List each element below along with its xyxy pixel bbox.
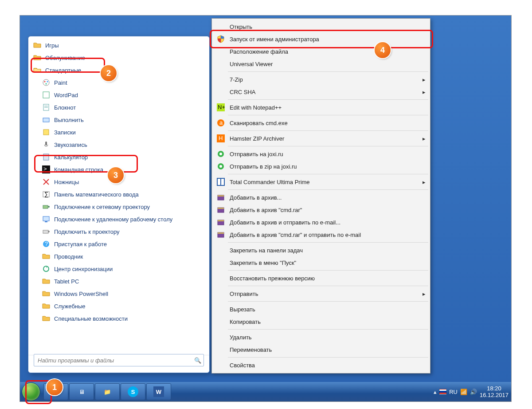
context-menu-item[interactable]: HHamster ZIP Archiver▸ [213, 132, 429, 145]
shield-icon [215, 35, 226, 43]
avast-icon: a [215, 118, 226, 127]
start-menu-item[interactable]: Выполнить [30, 114, 207, 126]
start-menu-item[interactable]: Подключить к проектору [30, 225, 207, 238]
blank-icon [215, 258, 226, 267]
context-menu-item-label: Добавить в архив и отправить по e-mail..… [230, 219, 340, 226]
badge-2: 2 [101, 65, 117, 81]
context-menu-separator [228, 146, 428, 146]
svg-point-34 [219, 165, 222, 168]
start-menu-item[interactable]: Проводник [30, 250, 207, 263]
volume-icon[interactable]: 🔊 [470, 389, 477, 395]
context-menu-item[interactable]: Восстановить прежнюю версию [213, 272, 429, 284]
start-menu-item-label: Калькулятор [54, 154, 88, 161]
context-menu-item[interactable]: Переименовать [213, 343, 429, 356]
start-menu-item[interactable]: ?Приступая к работе [30, 238, 207, 250]
start-menu-item[interactable]: Windows PowerShell [30, 287, 207, 300]
taskbar-clock[interactable]: 18:20 16.12.2017 [480, 385, 509, 398]
start-menu-item[interactable]: Tablet PC [30, 275, 207, 287]
folder-open-icon [33, 66, 42, 75]
folder-icon [42, 289, 51, 298]
context-menu-item[interactable]: N+Edit with Notepad++ [213, 101, 429, 114]
context-menu-item[interactable]: Добавить в архив "cmd.rar" и отправить п… [213, 228, 429, 241]
blank-icon [215, 87, 226, 96]
context-menu-item[interactable]: Отправить в zip на joxi.ru [213, 160, 429, 173]
clock-date: 16.12.2017 [480, 392, 509, 398]
start-menu-item[interactable]: Стандартные [30, 64, 207, 76]
taskbar-btn-explorer[interactable]: 📁 [95, 383, 120, 400]
taskbar-btn-skype[interactable]: S [121, 383, 145, 400]
badge-3: 3 [108, 167, 124, 183]
start-menu-item[interactable]: Звукозапись [30, 138, 207, 151]
folder-icon [33, 41, 42, 50]
taskbar-btn-monitor[interactable]: 🖥 [69, 383, 94, 400]
calc-icon [42, 153, 51, 161]
context-menu-item[interactable]: Добавить в архив и отправить по e-mail..… [213, 216, 429, 228]
context-menu-item[interactable]: Добавить в архив... [213, 191, 429, 204]
joxi-icon [215, 162, 226, 171]
submenu-arrow-icon: ▸ [422, 76, 426, 83]
context-menu-item[interactable]: Свойства [213, 359, 429, 371]
start-menu-item[interactable]: Обслуживание [30, 51, 207, 64]
start-search-input[interactable] [34, 357, 192, 364]
start-menu-item[interactable]: Подключение к удаленному рабочему столу [30, 213, 207, 225]
context-menu-item[interactable]: Расположение файла [213, 45, 429, 58]
start-menu-item[interactable]: Центр синхронизации [30, 263, 207, 275]
start-menu-item[interactable]: ∑Панель математического ввода [30, 188, 207, 201]
start-menu-item[interactable]: Игры [30, 39, 207, 51]
context-menu-item[interactable]: 7-Zip▸ [213, 73, 429, 86]
context-menu-item-label: Свойства [230, 362, 255, 369]
svg-rect-36 [218, 179, 220, 185]
tray-flag-icon[interactable] [439, 389, 446, 394]
blank-icon [215, 345, 226, 354]
svg-text:H: H [219, 135, 223, 142]
context-menu-item[interactable]: Удалить [213, 331, 429, 343]
context-menu-item[interactable]: CRC SHA▸ [213, 86, 429, 98]
taskbar-btn-word[interactable]: W [146, 383, 171, 400]
start-menu: ИгрыОбслуживаниеСтандартныеPaintWordPadБ… [28, 36, 210, 373]
start-menu-item[interactable]: Записки [30, 126, 207, 138]
context-menu-item-label: Total Commander Ultima Prime [230, 179, 310, 185]
context-menu-item[interactable]: aСканировать cmd.exe [213, 117, 429, 129]
context-menu-item[interactable]: Отправить на joxi.ru [213, 148, 429, 160]
context-menu-item[interactable]: Universal Viewer [213, 58, 429, 70]
svg-point-32 [219, 153, 222, 155]
context-menu-item[interactable]: Вырезать [213, 303, 429, 315]
start-menu-item[interactable]: Специальные возможности [30, 312, 207, 325]
start-menu-item-label: Проводник [54, 253, 83, 260]
context-menu-item[interactable]: Закрепить в меню "Пуск" [213, 256, 429, 269]
start-menu-item-label: Windows PowerShell [54, 291, 108, 297]
winrar-icon [215, 218, 226, 227]
tray-lang[interactable]: RU [449, 389, 458, 395]
start-orb[interactable] [22, 382, 40, 401]
paint-icon [42, 78, 51, 87]
blank-icon [215, 317, 226, 326]
submenu-arrow-icon: ▸ [422, 179, 426, 185]
svg-rect-41 [218, 208, 224, 209]
badge-1: 1 [47, 379, 63, 395]
context-menu-item[interactable]: Total Commander Ultima Prime▸ [213, 176, 429, 188]
blank-icon [215, 47, 226, 56]
start-menu-item[interactable]: Калькулятор [30, 151, 207, 163]
context-menu-item[interactable]: Запуск от имени администратора [213, 33, 429, 45]
context-menu-item[interactable]: Добавить в архив "cmd.rar" [213, 204, 429, 216]
start-menu-item[interactable]: Подключение к сетевому проектору [30, 201, 207, 213]
context-menu-item-label: Открыть [230, 24, 252, 30]
start-menu-item[interactable]: Блокнот [30, 101, 207, 114]
start-menu-item-label: Командная строка [54, 166, 103, 173]
npp-icon: N+ [215, 103, 226, 112]
start-menu-item[interactable]: Служебные [30, 300, 207, 312]
network-icon[interactable]: 📶 [460, 389, 467, 395]
context-menu-item[interactable]: Отправить▸ [213, 287, 429, 300]
context-menu-separator [228, 357, 428, 358]
start-menu-item[interactable]: WordPad [30, 89, 207, 101]
start-search-box[interactable]: 🔍 [34, 354, 204, 366]
getstarted-icon: ? [42, 240, 51, 248]
svg-rect-18 [43, 216, 49, 221]
start-menu-item[interactable]: Paint [30, 76, 207, 89]
context-menu-item[interactable]: Открыть [213, 20, 429, 33]
tray-chevron-up-icon[interactable]: ▴ [434, 389, 437, 395]
svg-rect-9 [43, 130, 49, 135]
proj-icon [42, 227, 51, 236]
context-menu-item[interactable]: Копировать [213, 315, 429, 328]
context-menu-item[interactable]: Закрепить на панели задач [213, 244, 429, 256]
